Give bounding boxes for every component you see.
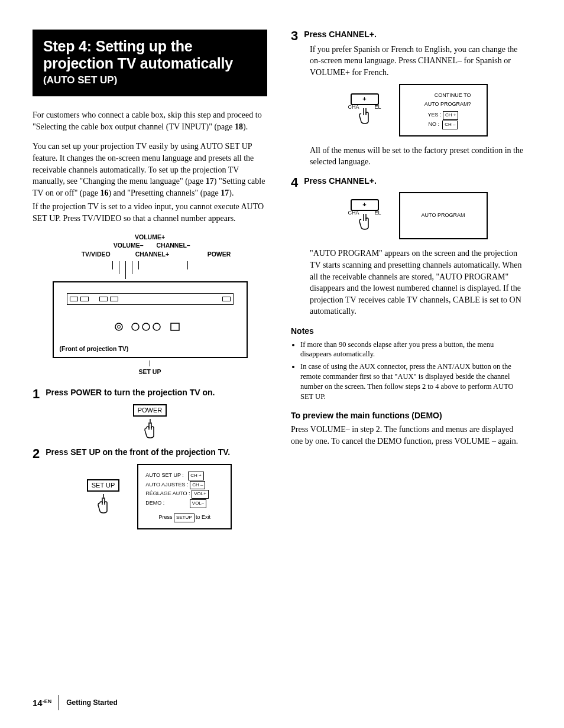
page-footer: 14-EN Getting Started xyxy=(33,695,118,710)
setup-menu-screen: AUTO SET UP : CH + AUTO AJUSTES : CH – R… xyxy=(137,464,232,529)
svg-point-1 xyxy=(117,325,120,328)
step-4-number: 4 xyxy=(291,176,298,189)
right-column: 3 Press CHANNEL+. If you prefer Spanish … xyxy=(291,30,526,538)
svg-point-2 xyxy=(132,323,139,330)
step-2-title: Press SET UP on the front of the project… xyxy=(46,447,267,458)
notes-section: Notes If more than 90 seconds elapse aft… xyxy=(291,326,526,402)
channel-button-illustration: + CHAEL xyxy=(348,93,381,127)
label-power: POWER xyxy=(208,250,231,259)
step-3-title: Press CHANNEL+. xyxy=(304,30,526,40)
label-channel-plus: CHANNEL+ xyxy=(135,250,177,259)
channel-button-illustration: + CHAEL xyxy=(348,199,381,233)
step-3-body: If you prefer Spanish or French to Engli… xyxy=(310,44,526,79)
demo-body: Press VOLUME– in step 2. The functions a… xyxy=(291,424,526,447)
front-panel-diagram: VOLUME+ VOLUME– CHANNEL– TV/VIDEO CHANNE… xyxy=(53,233,248,376)
step-1-title: Press POWER to turn the projection TV on… xyxy=(46,388,267,398)
svg-rect-5 xyxy=(171,323,179,330)
step-3-after: All of the menus will be set to the fact… xyxy=(310,145,526,168)
label-volume-minus: VOLUME– xyxy=(102,241,144,250)
svg-point-0 xyxy=(115,323,122,330)
heading-sub: (AUTO SET UP) xyxy=(43,73,257,87)
svg-point-3 xyxy=(142,323,150,330)
press-hand-icon xyxy=(353,107,377,125)
front-caption: (Front of projection TV) xyxy=(60,344,129,353)
step-2-number: 2 xyxy=(33,447,40,460)
demo-heading: To preview the main functions (DEMO) xyxy=(291,410,526,422)
intro-paragraph-1: For customers who connect a cable box, s… xyxy=(33,109,267,132)
step-1: 1 Press POWER to turn the projection TV … xyxy=(33,388,267,439)
label-volume-plus: VOLUME+ xyxy=(53,233,248,242)
note-item: If more than 90 seconds elapse after you… xyxy=(300,340,526,360)
step-4-body: "AUTO PROGRAM" appears on the screen and… xyxy=(310,248,526,317)
auto-program-prompt-screen: CONTINUE TO AUTO PROGRAM? YES : CH + NO … xyxy=(399,84,488,136)
demo-section: To preview the main functions (DEMO) Pre… xyxy=(291,410,526,447)
step-heading-block: Step 4: Setting up the projection TV aut… xyxy=(33,30,267,96)
page-number: 14 xyxy=(33,698,43,708)
note-item: In case of using the AUX connector, pres… xyxy=(300,362,526,402)
notes-heading: Notes xyxy=(291,326,526,337)
left-column: Step 4: Setting up the projection TV aut… xyxy=(33,30,267,538)
auto-program-screen: AUTO PROGRAM xyxy=(399,192,488,239)
svg-point-4 xyxy=(153,323,160,330)
footer-separator xyxy=(59,695,59,710)
step-1-number: 1 xyxy=(33,388,40,401)
press-hand-icon xyxy=(138,418,162,439)
intro-paragraph-2: You can set up your projection TV easily… xyxy=(33,141,267,199)
press-hand-icon xyxy=(92,493,115,514)
power-button-illustration: POWER xyxy=(133,404,167,439)
front-panel-box: (Front of projection TV) xyxy=(53,281,248,358)
intro-paragraph-3: If the projection TV is set to a video i… xyxy=(33,201,267,224)
heading-main: Step 4: Setting up the projection TV aut… xyxy=(43,38,257,72)
step-3-number: 3 xyxy=(291,30,298,43)
label-channel-minus: CHANNEL– xyxy=(157,241,198,250)
setup-button-illustration: SET UP xyxy=(87,479,120,514)
step-3: 3 Press CHANNEL+. If you prefer Spanish … xyxy=(291,30,526,168)
step-4-title: Press CHANNEL+. xyxy=(304,176,526,187)
press-hand-icon xyxy=(353,213,377,230)
step-4: 4 Press CHANNEL+. + CHAEL AUTO PROGRAM xyxy=(291,176,526,317)
label-setup: SET UP xyxy=(139,368,161,375)
footer-section-name: Getting Started xyxy=(66,698,118,708)
label-tv-video: TV/VIDEO xyxy=(69,250,111,259)
av-jacks-icon xyxy=(112,319,189,334)
step-2: 2 Press SET UP on the front of the proje… xyxy=(33,447,267,529)
